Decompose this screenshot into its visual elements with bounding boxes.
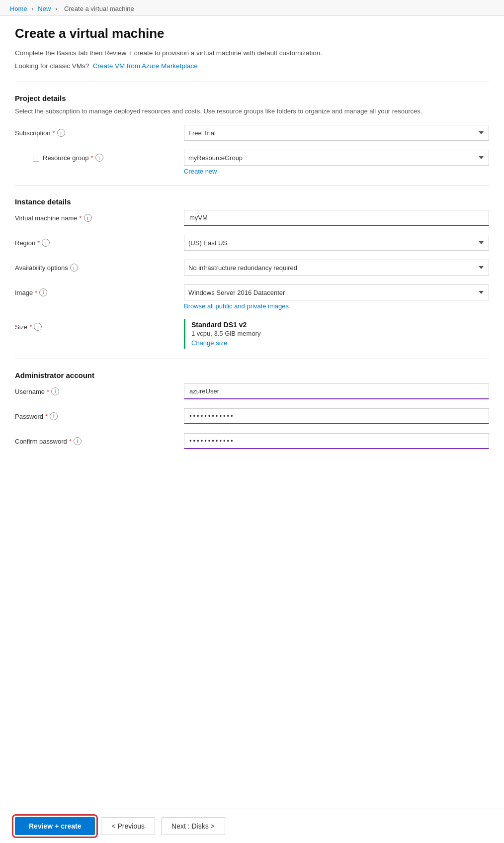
subscription-info-icon[interactable]: i (57, 129, 65, 137)
password-info-icon[interactable]: i (50, 412, 58, 420)
region-required: * (37, 239, 40, 247)
review-create-button[interactable]: Review + create (15, 817, 95, 835)
username-info-icon[interactable]: i (51, 387, 59, 395)
previous-button[interactable]: < Previous (101, 817, 155, 835)
page-title: Create a virtual machine (15, 26, 489, 41)
confirm-password-label: Confirm password (15, 438, 67, 445)
change-size-link[interactable]: Change size (191, 339, 227, 347)
vm-name-label: Virtual machine name (15, 214, 78, 222)
breadcrumb: Home › New › Create a virtual machine (0, 0, 504, 16)
region-info-icon[interactable]: i (42, 239, 50, 247)
image-label: Image (15, 289, 33, 296)
size-name: Standard DS1 v2 (191, 321, 489, 329)
resource-group-info-icon[interactable]: i (95, 154, 103, 162)
size-info-icon[interactable]: i (34, 323, 42, 331)
vm-name-row: Virtual machine name * i (15, 210, 489, 226)
image-required: * (35, 289, 37, 296)
availability-info-icon[interactable]: i (70, 264, 78, 272)
classic-vm-link[interactable]: Create VM from Azure Marketplace (93, 62, 198, 70)
username-row: Username * i (15, 383, 489, 399)
size-block: Standard DS1 v2 1 vcpu, 3.5 GiB memory C… (184, 319, 489, 349)
browse-images-link[interactable]: Browse all public and private images (184, 302, 289, 310)
subscription-row: Subscription * i Free Trial (15, 125, 489, 141)
image-row: Image * i Windows Server 2016 Datacenter… (15, 284, 489, 310)
availability-select[interactable]: No infrastructure redundancy required (184, 260, 489, 276)
breadcrumb-current: Create a virtual machine (64, 5, 134, 12)
size-row: Size * i Standard DS1 v2 1 vcpu, 3.5 GiB… (15, 319, 489, 349)
section-project-details: Project details Select the subscription … (15, 94, 489, 176)
username-required: * (47, 388, 49, 395)
resource-group-required: * (91, 154, 93, 162)
image-select[interactable]: Windows Server 2016 Datacenter (184, 284, 489, 300)
bottom-bar: Review + create < Previous Next : Disks … (0, 809, 504, 843)
breadcrumb-new[interactable]: New (38, 5, 51, 12)
password-input[interactable] (184, 408, 489, 424)
confirm-password-required: * (69, 438, 72, 445)
size-desc: 1 vcpu, 3.5 GiB memory (191, 330, 489, 337)
breadcrumb-home[interactable]: Home (10, 5, 27, 12)
section-desc-project: Select the subscription to manage deploy… (15, 106, 489, 116)
size-label: Size (15, 323, 27, 331)
region-label: Region (15, 239, 35, 247)
confirm-password-info-icon[interactable]: i (74, 437, 82, 445)
section-instance-details: Instance details Virtual machine name * … (15, 197, 489, 349)
region-row: Region * i (US) East US (15, 235, 489, 251)
vm-name-input[interactable] (184, 210, 489, 226)
section-title-admin: Administrator account (15, 371, 489, 379)
resource-group-select[interactable]: myResourceGroup (184, 150, 489, 166)
vm-name-required: * (80, 214, 82, 222)
resource-group-row: Resource group * i myResourceGroup Creat… (15, 150, 489, 175)
vm-name-info-icon[interactable]: i (84, 214, 92, 222)
region-select[interactable]: (US) East US (184, 235, 489, 251)
confirm-password-input[interactable] (184, 433, 489, 449)
availability-row: Availability options i No infrastructure… (15, 260, 489, 276)
section-admin-account: Administrator account Username * i Passw… (15, 371, 489, 449)
password-label: Password (15, 413, 43, 420)
subscription-label: Subscription (15, 129, 51, 137)
resource-group-label: Resource group (43, 154, 89, 162)
password-required: * (45, 413, 48, 420)
subscription-required: * (53, 129, 55, 137)
create-new-link[interactable]: Create new (184, 168, 217, 175)
section-title-project: Project details (15, 94, 489, 102)
username-input[interactable] (184, 383, 489, 399)
image-info-icon[interactable]: i (39, 288, 47, 296)
username-label: Username (15, 388, 45, 395)
size-required: * (29, 323, 32, 331)
availability-label: Availability options (15, 264, 68, 272)
intro-text-2: Looking for classic VMs? Create VM from … (15, 61, 489, 71)
password-row: Password * i (15, 408, 489, 424)
subscription-select[interactable]: Free Trial (184, 125, 489, 141)
next-disks-button[interactable]: Next : Disks > (161, 817, 225, 835)
intro-text-1: Complete the Basics tab then Review + cr… (15, 48, 489, 58)
section-title-instance: Instance details (15, 197, 489, 206)
confirm-password-row: Confirm password * i (15, 433, 489, 449)
